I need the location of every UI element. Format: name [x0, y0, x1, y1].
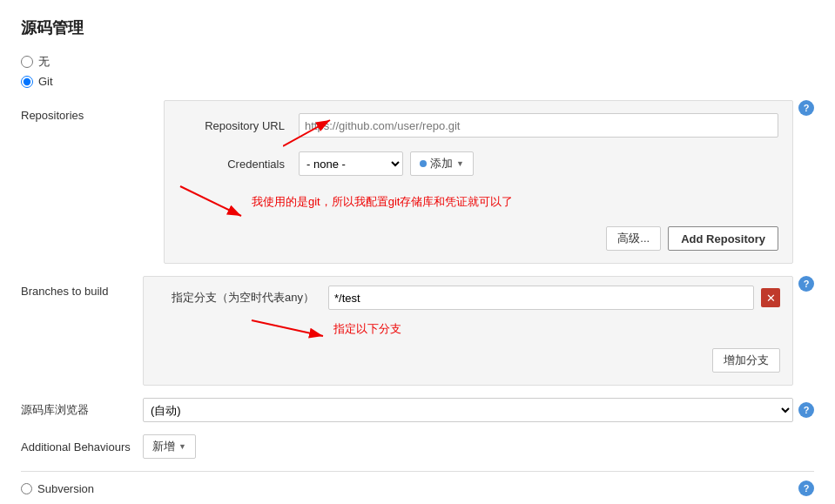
subversion-help-icon[interactable]: ?	[798, 480, 814, 496]
red-arrow-annotation2	[243, 317, 330, 341]
radio-git-input[interactable]	[21, 76, 33, 88]
subversion-row: Subversion ?	[21, 480, 814, 496]
browser-select[interactable]: (自动)	[143, 398, 793, 422]
browser-label: 源码库浏览器	[21, 402, 143, 418]
radio-none[interactable]: 无	[21, 54, 814, 70]
branch-row: 指定分支（为空时代表any） ✕	[156, 286, 780, 310]
radio-git[interactable]: Git	[21, 75, 814, 88]
browser-controls: (自动) ?	[143, 398, 814, 422]
additional-label: Additional Behaviours	[21, 440, 143, 454]
branch-specify-label: 指定分支（为空时代表any）	[156, 290, 321, 306]
radio-none-label: 无	[38, 54, 50, 70]
svg-line-5	[252, 320, 323, 336]
annotation1-text: 我使用的是git，所以我配置git存储库和凭证就可以了	[252, 194, 513, 210]
svg-line-3	[180, 186, 241, 216]
repo-url-label: Repository URL	[178, 119, 292, 132]
repo-url-row: Repository URL	[178, 113, 778, 138]
new-behaviour-button[interactable]: 新增 ▼	[143, 434, 196, 459]
repositories-panel: Repository URL Credentials	[164, 100, 793, 264]
annotation2-text: 指定以下分支	[333, 321, 401, 337]
credentials-controls: - none - 添加 ▼	[299, 151, 474, 176]
branches-label: Branches to build	[21, 276, 143, 298]
repositories-label: Repositories	[21, 100, 143, 122]
red-arrow-annotation1	[178, 185, 248, 219]
add-repository-button[interactable]: Add Repository	[668, 226, 778, 251]
add-btn-label: 添加	[430, 156, 453, 171]
annotation-block-1	[231, 143, 778, 148]
repo-url-input[interactable]	[299, 113, 778, 138]
repositories-help-icon[interactable]: ?	[798, 100, 814, 116]
branch-input[interactable]	[328, 286, 754, 310]
branches-section: Branches to build 指定分支（为空时代表any） ✕	[21, 276, 814, 386]
branch-btn-row: 增加分支	[156, 348, 780, 373]
advanced-button[interactable]: 高级...	[606, 226, 661, 251]
radio-none-input[interactable]	[21, 56, 33, 68]
repo-btn-row: 高级... Add Repository	[178, 226, 778, 251]
add-credentials-button[interactable]: 添加 ▼	[410, 151, 474, 176]
remove-branch-button[interactable]: ✕	[761, 288, 780, 307]
add-caret-icon: ▼	[456, 159, 464, 168]
svg-line-1	[283, 120, 330, 146]
page-title: 源码管理	[21, 17, 814, 38]
additional-row: Additional Behaviours 新增 ▼	[21, 434, 814, 459]
red-arrow-1	[283, 117, 335, 148]
branches-panel: 指定分支（为空时代表any） ✕ 指定以下分支 增加分支	[143, 276, 793, 386]
add-branch-button[interactable]: 增加分支	[712, 348, 780, 373]
new-btn-label: 新增	[152, 439, 175, 454]
section-divider	[21, 471, 814, 472]
browser-row: 源码库浏览器 (自动) ?	[21, 398, 814, 422]
branches-help-icon[interactable]: ?	[798, 276, 814, 292]
radio-subversion[interactable]: Subversion	[21, 482, 94, 495]
credentials-select[interactable]: - none -	[299, 151, 403, 176]
browser-help-icon[interactable]: ?	[798, 402, 814, 418]
add-dot-icon	[420, 160, 427, 167]
credentials-row: Credentials - none - 添加 ▼	[178, 151, 778, 176]
new-caret-icon: ▼	[178, 442, 186, 451]
radio-git-label: Git	[38, 75, 53, 88]
annotation2-block: 指定以下分支	[243, 317, 780, 341]
subversion-label: Subversion	[37, 482, 94, 495]
radio-subversion-input[interactable]	[21, 483, 32, 494]
annotation1-block: 我使用的是git，所以我配置git存储库和凭证就可以了	[178, 185, 778, 219]
credentials-label: Credentials	[178, 158, 292, 171]
repositories-section: Repositories Repository URL	[21, 100, 814, 264]
